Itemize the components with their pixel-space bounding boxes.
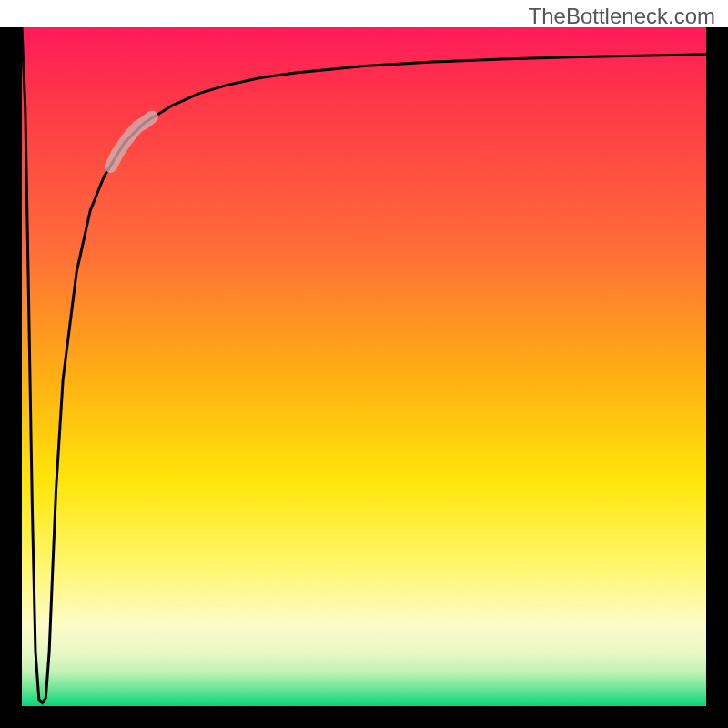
plot-frame — [0, 27, 728, 728]
bottleneck-curve — [22, 27, 706, 703]
watermark-text: TheBottleneck.com — [529, 4, 715, 29]
figure-root: TheBottleneck.com — [0, 0, 728, 728]
curve-layer — [22, 27, 706, 706]
highlight-segment — [111, 117, 152, 167]
plot-area — [22, 27, 706, 706]
